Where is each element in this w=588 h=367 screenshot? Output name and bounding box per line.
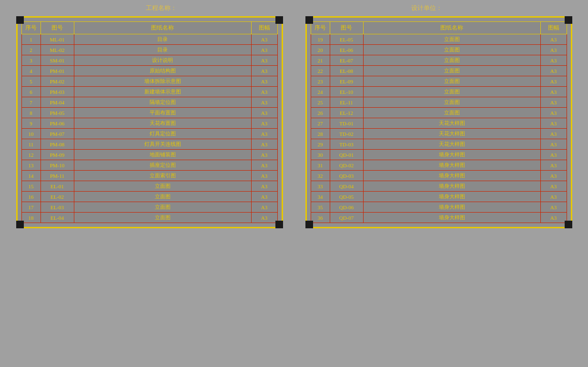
cell-scale: A3 [540, 129, 567, 139]
cell-name: 天花大样图 [363, 118, 540, 129]
cell-scale: A3 [540, 171, 567, 181]
corner-br [565, 221, 572, 228]
cell-name: 立面图 [74, 192, 251, 202]
tables-container: 序号 图号 图纸名称 图幅 1ML-01目录A32ML-02目录A33SM-01… [0, 16, 588, 228]
table-row: 27TD-01天花大样图A3 [311, 118, 567, 129]
cell-num: QD-04 [330, 181, 363, 192]
cell-seq: 13 [21, 160, 41, 171]
cell-name: 墙身大样图 [363, 213, 540, 223]
header-num: 图号 [330, 22, 363, 34]
cell-scale: A3 [251, 97, 277, 108]
table-row: 12PM-09地面铺装图A3 [21, 150, 277, 160]
cell-name: 灯具开关连线图 [74, 139, 251, 150]
cell-seq: 27 [311, 118, 330, 129]
cell-seq: 10 [21, 129, 41, 139]
cell-seq: 30 [311, 150, 330, 160]
cell-num: EL-07 [330, 55, 363, 66]
table-row: 2ML-02目录A3 [21, 45, 277, 55]
table-row: 30QD-01墙身大样图A3 [311, 150, 567, 160]
header-scale: 图幅 [540, 22, 567, 34]
cell-num: EL-03 [41, 202, 74, 213]
cell-name: 立面图 [74, 181, 251, 192]
table-row: 32QD-03墙身大样图A3 [311, 171, 567, 181]
header-name: 图纸名称 [74, 22, 251, 34]
cell-seq: 1 [21, 34, 41, 45]
cell-scale: A3 [251, 160, 277, 171]
cell-name: 地面铺装图 [74, 150, 251, 160]
cell-seq: 2 [21, 45, 41, 55]
cell-name: 目录 [74, 34, 251, 45]
cell-name: 插座定位图 [74, 160, 251, 171]
cell-num: TD-01 [330, 118, 363, 129]
cell-num: EL-10 [330, 87, 363, 97]
cell-num: ML-02 [41, 45, 74, 55]
cell-name: 原始结构图 [74, 66, 251, 76]
header-name: 图纸名称 [363, 22, 540, 34]
table-header-row: 序号 图号 图纸名称 图幅 [311, 22, 567, 34]
cell-num: QD-01 [330, 150, 363, 160]
corner-tl [16, 16, 24, 24]
table-row: 20EL-06立面图A3 [311, 45, 567, 55]
table-header-row: 序号 图号 图纸名称 图幅 [21, 22, 277, 34]
project-label: 工程名称： [146, 4, 177, 12]
corner-br [275, 221, 283, 228]
corner-tr [275, 16, 283, 24]
cell-num: QD-06 [330, 202, 363, 213]
cell-num: PM-05 [41, 108, 74, 118]
cell-scale: A3 [251, 192, 277, 202]
cell-scale: A3 [540, 118, 567, 129]
table-row: 33QD-04墙身大样图A3 [311, 181, 567, 192]
cell-num: PM-08 [41, 139, 74, 150]
cell-seq: 24 [311, 87, 330, 97]
cell-seq: 12 [21, 150, 41, 160]
cell-name: 立面图 [363, 34, 540, 45]
table-row: 28TD-02天花大样图A3 [311, 129, 567, 139]
cell-seq: 18 [21, 213, 41, 223]
table-row: 22EL-08立面图A3 [311, 66, 567, 76]
cell-name: 立面图 [363, 97, 540, 108]
cell-name: 天花布置图 [74, 118, 251, 129]
cell-seq: 5 [21, 76, 41, 87]
cell-seq: 22 [311, 66, 330, 76]
cell-name: 立面图 [74, 202, 251, 213]
cell-name: 立面图 [363, 108, 540, 118]
cell-scale: A3 [540, 66, 567, 76]
cell-scale: A3 [540, 108, 567, 118]
table-row: 1ML-01目录A3 [21, 34, 277, 45]
cell-seq: 3 [21, 55, 41, 66]
cell-scale: A3 [251, 55, 277, 66]
cell-seq: 20 [311, 45, 330, 55]
header-seq: 序号 [311, 22, 330, 34]
cell-num: EL-04 [41, 213, 74, 223]
cell-name: 目录 [74, 45, 251, 55]
cell-seq: 17 [21, 202, 41, 213]
cell-scale: A3 [540, 97, 567, 108]
cell-num: PM-07 [41, 129, 74, 139]
corner-bl [305, 221, 313, 228]
table-row: 21EL-07立面图A3 [311, 55, 567, 66]
cell-num: PM-04 [41, 97, 74, 108]
cell-scale: A3 [251, 181, 277, 192]
cell-num: SM-01 [41, 55, 74, 66]
table-row: 36QD-07墙身大样图A3 [311, 213, 567, 223]
header-scale: 图幅 [251, 22, 277, 34]
cell-num: PM-06 [41, 118, 74, 129]
cell-scale: A3 [540, 34, 567, 45]
cell-seq: 29 [311, 139, 330, 150]
table-row: 10PM-07灯具定位图A3 [21, 129, 277, 139]
cell-seq: 6 [21, 87, 41, 97]
cell-num: QD-03 [330, 171, 363, 181]
cell-scale: A3 [251, 150, 277, 160]
cell-num: QD-05 [330, 192, 363, 202]
cell-name: 墙身大样图 [363, 171, 540, 181]
cell-seq: 19 [311, 34, 330, 45]
cell-seq: 16 [21, 192, 41, 202]
cell-scale: A3 [251, 66, 277, 76]
cell-seq: 32 [311, 171, 330, 181]
cell-scale: A3 [540, 76, 567, 87]
cell-name: 墙身大样图 [363, 192, 540, 202]
cell-seq: 4 [21, 66, 41, 76]
cell-scale: A3 [540, 55, 567, 66]
cell-num: EL-01 [41, 181, 74, 192]
cell-num: EL-05 [330, 34, 363, 45]
